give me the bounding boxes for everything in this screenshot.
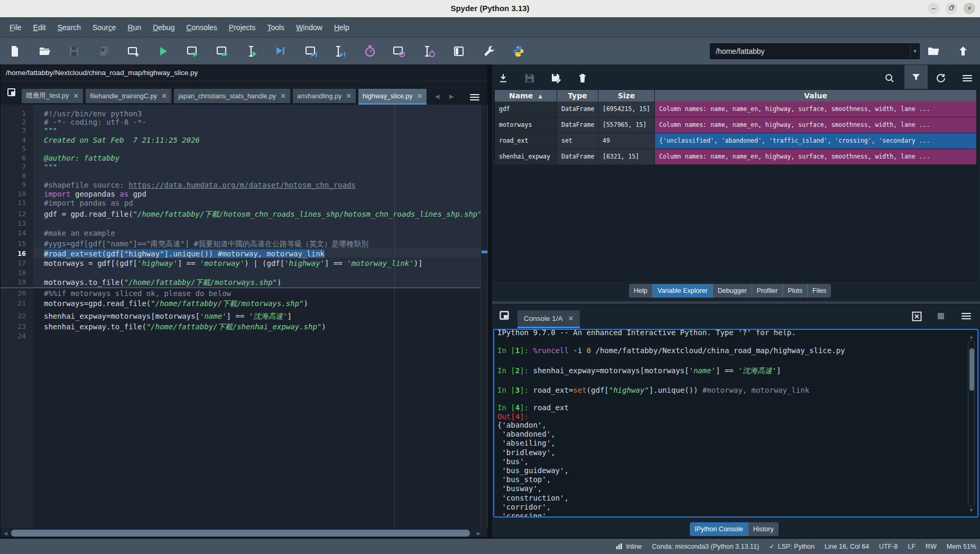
tab-debugger[interactable]: Debugger bbox=[713, 284, 752, 298]
run-cell-advance-button[interactable] bbox=[215, 44, 229, 59]
menu-source[interactable]: Source bbox=[87, 23, 122, 32]
tab-variable-explorer[interactable]: Variable Explorer bbox=[653, 284, 713, 298]
close-icon[interactable]: ✕ bbox=[346, 92, 352, 100]
status-lsp: ✓LSP: Python bbox=[769, 542, 815, 550]
save-file-button[interactable] bbox=[67, 44, 81, 59]
profile-cell-button[interactable] bbox=[392, 44, 406, 59]
editor-tab[interactable]: 體應用_test.py✕ bbox=[22, 89, 83, 103]
status-plotting: Inline bbox=[616, 543, 642, 550]
scrollbar-thumb[interactable] bbox=[969, 348, 974, 391]
tab-profiler[interactable]: Profiler bbox=[752, 284, 783, 298]
import-data-icon[interactable] bbox=[495, 70, 511, 86]
menu-debug[interactable]: Debug bbox=[147, 23, 180, 32]
editor-tab[interactable]: anshandling.py✕ bbox=[293, 89, 356, 103]
menu-search[interactable]: Search bbox=[52, 23, 87, 32]
filter-variables-icon[interactable] bbox=[904, 65, 928, 89]
close-button[interactable]: × bbox=[964, 3, 975, 14]
tab-plots[interactable]: Plots bbox=[783, 284, 808, 298]
line-number: 13 bbox=[17, 219, 26, 228]
variable-name: motorways bbox=[495, 117, 557, 133]
variable-row[interactable]: road_extset49{'unclassified', 'abandoned… bbox=[495, 133, 977, 149]
scroll-left-icon[interactable]: ◀ bbox=[4, 531, 7, 536]
refresh-variables-icon[interactable] bbox=[933, 70, 949, 86]
menu-edit[interactable]: Edit bbox=[27, 23, 52, 32]
close-icon[interactable]: ✕ bbox=[568, 315, 574, 322]
scroll-right-icon[interactable]: ▶ bbox=[477, 531, 480, 536]
console-tab[interactable]: Console 1/A✕ bbox=[517, 310, 580, 327]
remove-all-variables-icon[interactable] bbox=[575, 70, 590, 86]
close-icon[interactable]: ✕ bbox=[280, 92, 286, 100]
new-console-icon[interactable] bbox=[496, 308, 512, 324]
profile-selection-button[interactable] bbox=[422, 44, 437, 59]
close-icon[interactable]: ✕ bbox=[73, 92, 79, 100]
run-file-button[interactable] bbox=[155, 44, 170, 59]
save-all-button[interactable] bbox=[96, 44, 111, 59]
tab-help[interactable]: Help bbox=[629, 284, 653, 298]
browse-directory-button[interactable] bbox=[926, 44, 941, 59]
close-icon[interactable]: ✕ bbox=[161, 92, 167, 100]
editor-options-menu-icon[interactable] bbox=[470, 93, 479, 102]
new-file-button[interactable] bbox=[7, 44, 22, 59]
open-file-button[interactable] bbox=[37, 44, 52, 59]
maximize-button[interactable] bbox=[946, 3, 957, 14]
variable-explorer-options-icon[interactable] bbox=[959, 70, 975, 86]
column-header-size[interactable]: Size bbox=[598, 90, 655, 101]
parent-directory-button[interactable] bbox=[956, 44, 970, 59]
variable-row[interactable]: gdfDataFrame[6954215, 15]Column names: n… bbox=[495, 101, 977, 117]
working-directory-combobox[interactable]: /home/fattabby▼ bbox=[710, 43, 920, 59]
run-selection-button[interactable] bbox=[244, 44, 259, 59]
menu-projects[interactable]: Projects bbox=[223, 23, 262, 32]
close-icon[interactable]: ✕ bbox=[417, 92, 423, 100]
run-cell-button[interactable] bbox=[185, 44, 200, 59]
tab-scroll-right-icon[interactable]: ▶ bbox=[449, 93, 454, 100]
scroll-up-icon[interactable]: ▲ bbox=[969, 334, 974, 339]
new-cell-button[interactable] bbox=[126, 44, 141, 59]
variable-type: DataFrame bbox=[557, 117, 598, 133]
scrollbar-thumb[interactable] bbox=[11, 530, 470, 537]
editor-tab[interactable]: highway_slice.py✕ bbox=[358, 89, 427, 103]
column-header-value[interactable]: Value bbox=[655, 90, 977, 101]
interrupt-kernel-icon[interactable] bbox=[933, 308, 949, 324]
profile-file-button[interactable] bbox=[363, 44, 377, 59]
tab-ipython-console[interactable]: IPython Console bbox=[690, 522, 748, 536]
column-header-type[interactable]: Type bbox=[557, 90, 598, 101]
tab-files[interactable]: Files bbox=[808, 284, 831, 298]
column-header-name[interactable]: Name ▲ bbox=[495, 90, 557, 101]
editor-horizontal-scrollbar[interactable]: ◀ ▶ bbox=[1, 529, 488, 538]
menu-consoles[interactable]: Consoles bbox=[180, 23, 223, 32]
menu-run[interactable]: Run bbox=[122, 23, 147, 32]
ipython-console[interactable]: ▲ ▼ IPython 9.7.0 -- An enhanced Interac… bbox=[493, 329, 978, 518]
menu-help[interactable]: Help bbox=[328, 23, 355, 32]
editor-tab[interactable]: filehandle_trainingC.py✕ bbox=[86, 89, 171, 103]
python-path-manager-button[interactable] bbox=[511, 44, 526, 59]
console-options-icon[interactable] bbox=[958, 308, 974, 324]
table-header[interactable]: Name ▲TypeSizeValue bbox=[495, 90, 977, 101]
menu-window[interactable]: Window bbox=[290, 23, 328, 32]
minimize-button[interactable]: – bbox=[928, 3, 939, 14]
preferences-button[interactable] bbox=[482, 44, 496, 59]
check-icon: ✓ bbox=[769, 542, 774, 550]
debug-cell-button[interactable] bbox=[303, 44, 318, 59]
code-line: motorways.to_file("/home/fattabby/下載/mot… bbox=[44, 278, 281, 287]
debug-selection-button[interactable] bbox=[332, 44, 347, 59]
console-scrollbar[interactable]: ▲ ▼ bbox=[968, 334, 975, 513]
chevron-down-icon[interactable]: ▼ bbox=[910, 44, 919, 59]
variable-row[interactable]: shenhai_expwayDataFrame[6321, 15]Column … bbox=[495, 149, 977, 165]
debug-file-button[interactable] bbox=[273, 44, 288, 59]
save-data-as-icon[interactable] bbox=[548, 70, 564, 86]
browse-tabs-icon[interactable] bbox=[7, 88, 17, 97]
variable-row[interactable]: motorwaysDataFrame[557965, 15]Column nam… bbox=[495, 117, 977, 133]
search-variables-icon[interactable] bbox=[882, 70, 898, 86]
tab-scroll-left-icon[interactable]: ◀ bbox=[435, 93, 439, 100]
menu-file[interactable]: File bbox=[4, 23, 27, 32]
menu-tools[interactable]: Tools bbox=[261, 23, 290, 32]
save-data-icon[interactable] bbox=[522, 70, 538, 86]
close-window-icon[interactable] bbox=[909, 308, 924, 324]
code-editor[interactable]: 123456789101112131415161718192021222324 … bbox=[1, 105, 488, 528]
editor-tab[interactable]: japan_christians_stats_handle.py✕ bbox=[174, 89, 290, 103]
tab-history[interactable]: History bbox=[748, 522, 779, 536]
maximize-pane-button[interactable] bbox=[451, 44, 466, 59]
pane-splitter[interactable] bbox=[492, 301, 980, 304]
scroll-down-icon[interactable]: ▼ bbox=[969, 507, 974, 513]
editor-vertical-scrollbar[interactable] bbox=[480, 105, 488, 528]
